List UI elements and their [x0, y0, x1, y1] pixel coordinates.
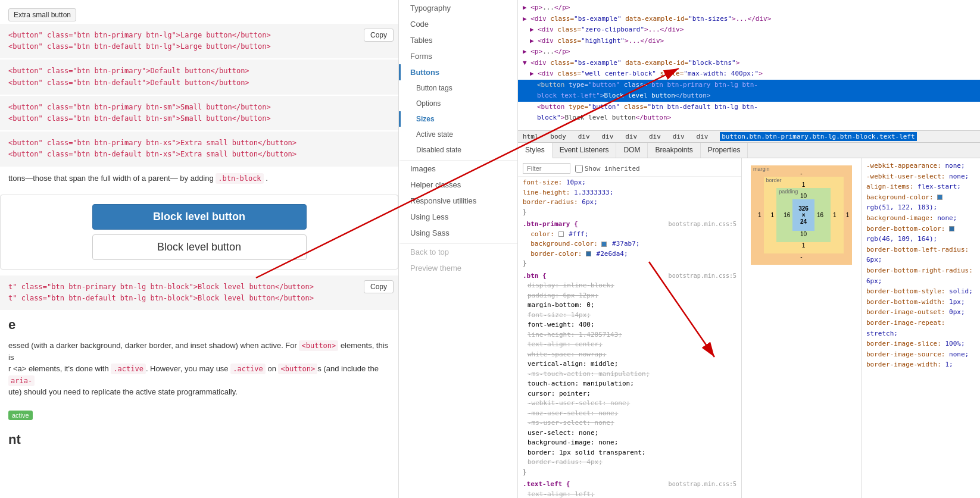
- button-tag-code-2: <button>: [278, 364, 317, 374]
- button-tag-code: <button>: [299, 340, 338, 351]
- style-rule-btn: .btn { bootstrap.min.css:5 display: inli…: [518, 270, 741, 479]
- left-panel: Extra small button Copy <button" class="…: [0, 0, 399, 498]
- nav-item-images[interactable]: Images: [399, 160, 517, 177]
- margin-label: margin: [753, 166, 770, 172]
- show-inherited-checkbox[interactable]: [575, 165, 583, 173]
- style-rule-text-left: .text-left { bootstrap.min.css:5 text-al…: [518, 478, 741, 498]
- padding-right: 16: [814, 212, 826, 218]
- bottom-heading-text: nt: [8, 432, 21, 447]
- html-line-8[interactable]: <button type="button" class="btn btn-pri…: [518, 80, 980, 91]
- nav-item-disabled-state[interactable]: Disabled state: [399, 142, 517, 158]
- tab-styles[interactable]: Styles: [518, 143, 553, 158]
- style-rule-btn-primary: .btn-primary { bootstrap.min.css:5 color…: [518, 218, 741, 270]
- html-line-5: ▶ <p>...</p>: [518, 46, 980, 58]
- html-line-1: ▶ <p>...</p>: [518, 2, 980, 14]
- nav-item-forms[interactable]: Forms: [399, 48, 517, 64]
- border-right: 1: [831, 212, 839, 218]
- prop-line: border-bottom-right-radius: 6px;: [866, 265, 975, 286]
- html-line-3: ▶ <div class="zero-clipboard">...</div>: [518, 24, 980, 36]
- box-border: border 1 1 padding 10 16: [764, 177, 844, 253]
- html-line-4: ▶ <div class="highlight">...</div>: [518, 36, 980, 47]
- tab-event-listeners[interactable]: Event Listeners: [553, 143, 617, 158]
- nav-item-using-less[interactable]: Using Less: [399, 209, 517, 225]
- margin-right: 1: [844, 212, 852, 218]
- padding-sides: 16 326 × 24 16: [781, 199, 826, 231]
- nav-panel: Typography Code Tables Forms Buttons But…: [399, 0, 518, 498]
- prop-line: align-items: flex-start;: [866, 181, 975, 192]
- prop-line: -webkit-appearance: none;: [866, 161, 975, 171]
- extra-small-label: Extra small button: [8, 8, 76, 21]
- nav-item-responsive-utilities[interactable]: Responsive utilities: [399, 193, 517, 209]
- heading-text: e: [8, 317, 15, 332]
- nav-item-tables[interactable]: Tables: [399, 32, 517, 48]
- tab-properties[interactable]: Properties: [701, 143, 748, 158]
- code-line: <button" class="btn btn-default btn-xs">…: [8, 149, 390, 160]
- styles-panel[interactable]: Show inherited font-size: 10px; line-hei…: [518, 158, 742, 498]
- devtools-breadcrumb: html body div div div div div div button…: [518, 131, 980, 143]
- active-description: essed (with a darker background, darker …: [0, 335, 398, 426]
- copy-button-1[interactable]: Copy: [364, 29, 394, 42]
- padding-label: padding: [779, 189, 798, 195]
- prop-line: border-bottom-style: solid;: [866, 286, 975, 297]
- html-line-9[interactable]: block text-left">Block level button</but…: [518, 90, 980, 102]
- border-label: border: [766, 177, 782, 183]
- prop-line: -webkit-user-select: none;: [866, 171, 975, 182]
- box-content: 326 × 24: [792, 199, 814, 231]
- nav-item-typography[interactable]: Typography: [399, 0, 517, 16]
- nav-item-code[interactable]: Code: [399, 16, 517, 32]
- code-block-1: Copy <button" class="btn btn-primary btn…: [0, 24, 398, 58]
- block-button-demo: Block level button Block level button: [0, 195, 398, 270]
- prop-line: border-image-width: 1;: [866, 359, 975, 370]
- block-button-default[interactable]: Block level button: [92, 234, 307, 260]
- active-class-code: .active: [111, 364, 146, 374]
- box-model-panel: margin - 1 border 1 1 padding: [742, 158, 861, 498]
- code-block-5: Copy t" class="btn btn-primary btn-lg bt…: [0, 275, 398, 310]
- nav-item-preview-theme[interactable]: Preview theme: [399, 260, 517, 276]
- right-props-panel: -webkit-appearance: none; -webkit-user-s…: [861, 158, 980, 498]
- border-left: 1: [769, 212, 777, 218]
- filter-row: Show inherited: [518, 161, 741, 177]
- prop-line: border-bottom-left-radius: 6px;: [866, 245, 975, 265]
- html-tree-panel[interactable]: ▶ <p>...</p> ▶ <div class="bs-example" d…: [518, 0, 980, 131]
- nav-item-back-to-top[interactable]: Back to top: [399, 243, 517, 260]
- nav-item-helper-classes[interactable]: Helper classes: [399, 177, 517, 193]
- active-class-code-2: .active: [230, 364, 266, 374]
- nav-item-sizes[interactable]: Sizes: [399, 111, 517, 127]
- code-block-2: <button" class="btn btn-primary">Default…: [0, 59, 398, 94]
- margin-sides: 1 border 1 1 padding 10: [756, 177, 847, 253]
- active-section-heading: e: [0, 311, 398, 335]
- tab-dom[interactable]: DOM: [616, 143, 648, 158]
- aria-tag-code: aria-: [8, 375, 35, 386]
- copy-button-2[interactable]: Copy: [364, 280, 394, 293]
- filter-input[interactable]: [523, 163, 570, 174]
- code-line: t" class="btn btn-default btn-lg btn-blo…: [8, 293, 390, 304]
- desc-text-1: ttons—those that span the full width of …: [8, 174, 216, 183]
- desc-text-2: .: [266, 174, 268, 183]
- code-line: <button" class="btn btn-default btn-sm">…: [8, 113, 390, 124]
- nav-item-buttons[interactable]: Buttons: [399, 64, 517, 80]
- code-block-3: <button" class="btn btn-primary btn-sm">…: [0, 96, 398, 130]
- bottom-section-heading: nt: [0, 426, 398, 450]
- devtools-panel: ▶ <p>...</p> ▶ <div class="bs-example" d…: [518, 0, 980, 498]
- code-line: <button" class="btn btn-primary btn-sm">…: [8, 102, 390, 113]
- nav-item-button-tags[interactable]: Button tags: [399, 80, 517, 96]
- box-margin: margin - 1 border 1 1 padding: [751, 165, 852, 265]
- code-line: <button" class="btn btn-default btn-lg">…: [8, 41, 390, 52]
- devtools-bottom: Show inherited font-size: 10px; line-hei…: [518, 158, 980, 498]
- html-line-6: ▼ <div class="bs-example" data-example-i…: [518, 58, 980, 69]
- selected-element: button.btn.btn-primary.btn-lg.btn-block.…: [720, 132, 917, 141]
- prop-line: border-image-slice: 100%;: [866, 339, 975, 349]
- prop-line: background-color: rgb(51, 122, 183);: [866, 192, 975, 213]
- margin-bottom: -: [756, 253, 847, 260]
- prop-color-swatch: [937, 195, 942, 200]
- block-button-primary[interactable]: Block level button: [92, 204, 307, 230]
- code-line: <button" class="btn btn-primary">Default…: [8, 65, 390, 77]
- nav-item-options[interactable]: Options: [399, 96, 517, 111]
- nav-item-using-sass[interactable]: Using Sass: [399, 225, 517, 241]
- nav-item-active-state[interactable]: Active state: [399, 127, 517, 142]
- color-swatch-border: [586, 251, 591, 256]
- show-inherited-text: Show inherited: [585, 165, 640, 173]
- prop-line: border-image-repeat: stretch;: [866, 318, 975, 339]
- code-block-4: <button" class="btn btn-primary btn-xs">…: [0, 131, 398, 166]
- tab-breakpoints[interactable]: Breakpoints: [648, 143, 700, 158]
